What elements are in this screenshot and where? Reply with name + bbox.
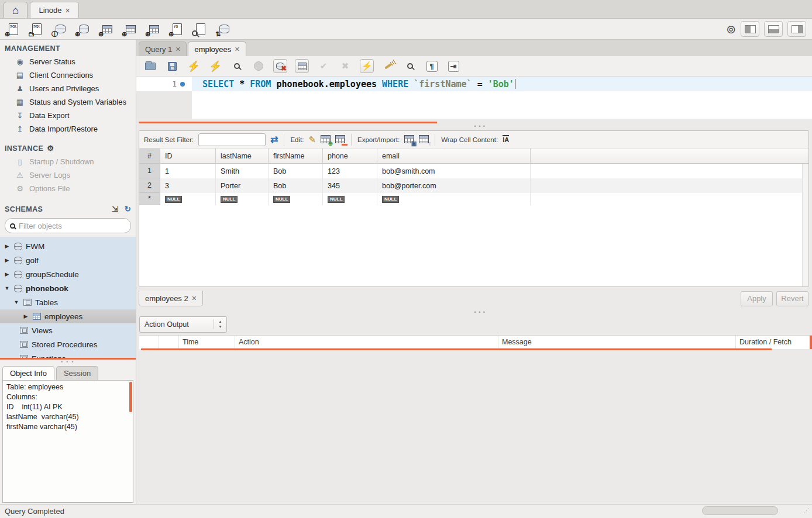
create-procedure-button[interactable]: ⊕ [146,22,161,36]
autocommit-toggle[interactable]: ⚡ [360,59,374,73]
resize-grip[interactable]: ⋰ [804,507,810,514]
schema-fwm[interactable]: ▶FWM [0,239,136,253]
open-sql-script-button[interactable]: SQL🗀 [29,22,44,36]
execute-query-button[interactable]: ⚡ [187,59,201,73]
horizontal-scrollbar[interactable] [702,506,778,515]
inspect-database-button[interactable]: ⓘ [53,22,68,36]
import-records-icon[interactable]: ↑ [419,135,429,144]
new-sql-tab-button[interactable]: SQL⊕ [6,22,21,36]
close-icon[interactable]: × [66,6,70,15]
output-type-select[interactable]: Action Output ▲ ▼ [139,316,227,333]
output-col-time[interactable]: Time [179,336,235,349]
schema-phonebook[interactable]: ▼phonebook [0,281,136,295]
show-invisibles-button[interactable]: ¶ [425,59,439,73]
connection-tab-linode[interactable]: Linode × [30,2,78,18]
tab-object-info[interactable]: Object Info [2,366,54,380]
output-splitter[interactable]: • • • [136,308,812,314]
notification-icon[interactable]: ⊚ [726,23,736,35]
reconnect-dbms-button[interactable]: ⇅ [216,22,232,36]
status-bar: Query Completed ⋰ [0,504,812,518]
sidebar-item-server-logs[interactable]: ⚠ Server Logs [0,168,136,182]
output-col-message[interactable]: Message [498,336,736,349]
sidebar-item-options-file[interactable]: ⚙ Options File [0,182,136,195]
delete-row-icon[interactable]: ▬ [335,135,345,144]
find-button[interactable] [403,59,417,73]
tree-node-stored-procedures[interactable]: Stored Procedures [0,337,136,351]
schema-golf[interactable]: ▶golf [0,253,136,267]
tab-session[interactable]: Session [56,366,98,380]
col-header-rownum[interactable]: # [139,149,160,164]
sidebar-item-server-status[interactable]: ◉ Server Status [0,55,136,68]
revert-button[interactable]: Revert [776,291,808,306]
col-header-id[interactable]: ID [160,149,216,164]
close-icon[interactable]: × [192,293,197,303]
sql-editor[interactable]: 1 SELECT * FROM phonebook.employees WHER… [136,76,812,119]
toggle-output-area-button[interactable] [764,21,783,37]
result-filter-input[interactable] [198,133,266,146]
sidebar-item-data-export[interactable]: ↧ Data Export [0,109,136,122]
tree-node-views[interactable]: Views [0,323,136,337]
sidebar-item-client-connections[interactable]: ▤ Client Connections [0,68,136,82]
create-schema-button[interactable]: ⊕ [76,22,91,36]
wrap-text-button[interactable]: ⇥ [446,59,460,73]
close-icon[interactable]: × [176,44,180,54]
insert-row-icon[interactable]: ⊕ [321,135,331,144]
refresh-result-icon[interactable]: ⇄ [270,134,278,145]
sidebar-item-data-import[interactable]: ↥ Data Import/Restore [0,122,136,136]
open-script-button[interactable] [143,59,157,73]
grid-vertical-scrollbar[interactable] [802,164,808,286]
col-header-email[interactable]: email [377,149,531,164]
schema-tree: ▶FWM ▶golf ▶groupSchedule ▼phonebook ▼Ta… [0,237,136,358]
stop-on-error-toggle[interactable]: ✖ [273,59,287,73]
commit-button[interactable]: ✔ [316,59,331,73]
sql-line-1[interactable]: SELECT * FROM phonebook.employees WHERE … [192,77,812,91]
create-function-button[interactable]: ƒ()⊕ [170,22,185,36]
wrap-cell-content-icon[interactable]: IA [503,135,509,143]
table-row[interactable]: 2 3 Porter Bob 345 bob@porter.com [139,178,808,193]
schema-filter-input[interactable] [19,222,126,230]
stop-query-button[interactable] [252,59,266,73]
sidebar-item-users-privileges[interactable]: ♟ Users and Privileges [0,82,136,95]
edit-record-icon[interactable]: ✎ [308,134,316,145]
null-badge: NULL [328,196,345,203]
object-info-scrollbar[interactable] [129,382,132,412]
sidebar-item-status-system-variables[interactable]: ▦ Status and System Variables [0,95,136,109]
tree-node-tables[interactable]: ▼Tables [0,295,136,309]
sidebar-item-startup-shutdown[interactable]: ▯ Startup / Shutdown [0,155,136,168]
create-table-button[interactable]: ⊕ [99,22,115,36]
col-header-phone[interactable]: phone [323,149,377,164]
execute-current-statement-button[interactable]: ⚡ [208,59,222,73]
export-recordset-icon[interactable]: ▣ [404,135,414,144]
apply-button[interactable]: Apply [741,291,773,306]
close-icon[interactable]: × [235,44,239,54]
col-header-firstname[interactable]: firstName [269,149,323,164]
output-col-duration[interactable]: Duration / Fetch [736,336,812,349]
table-row[interactable]: 1 1 Smith Bob 123 bob@smith.com [139,164,808,178]
search-table-data-button[interactable] [193,22,208,36]
new-row-placeholder[interactable]: * NULL NULL NULL NULL NULL [139,193,808,205]
editor-result-splitter[interactable]: • • • [136,119,812,130]
toggle-sidebar-button[interactable] [741,21,759,37]
beautify-script-button[interactable] [381,59,395,73]
toggle-secondary-sidebar-button[interactable] [787,21,806,37]
tab-employees[interactable]: employees × [188,42,246,56]
expand-schemas-icon[interactable]: ⇲ [112,205,118,213]
sidebar-splitter[interactable]: ▪ ▪ ▪ [0,360,136,364]
limit-rows-toggle[interactable] [295,59,309,73]
object-info-panel: Table: employees Columns: ID int(11) AI … [2,380,133,503]
save-script-button[interactable] [165,59,179,73]
tab-query1[interactable]: Query 1 × [139,42,187,56]
schema-groupschedule[interactable]: ▶groupSchedule [0,267,136,281]
tree-node-employees[interactable]: ▶employees [0,309,136,323]
rollback-button[interactable]: ✖ [338,59,352,73]
home-tab[interactable]: ⌂ [4,2,27,18]
null-badge: NULL [273,196,290,203]
output-col-action[interactable]: Action [235,336,498,349]
tables-folder-icon [23,299,32,306]
result-tab-employees2[interactable]: employees 2 × [139,291,203,306]
tree-node-functions[interactable]: Functions [0,351,136,358]
explain-query-button[interactable] [230,59,244,73]
refresh-schemas-icon[interactable]: ↻ [125,205,131,213]
col-header-lastname[interactable]: lastName [216,149,269,164]
create-view-button[interactable]: ⊕ [123,22,138,36]
